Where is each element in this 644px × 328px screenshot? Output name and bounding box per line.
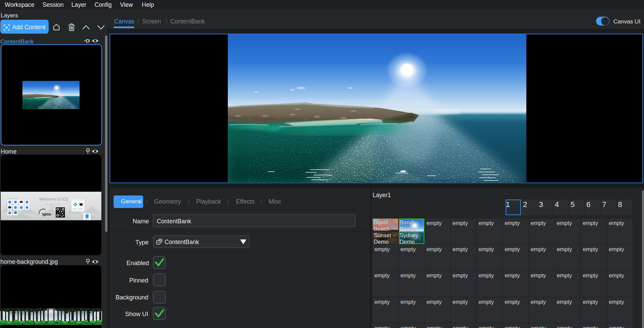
svg-text:Media: Media: [79, 208, 83, 210]
svg-text:Welcome to ICE: Welcome to ICE: [39, 197, 68, 202]
svg-text:Find 3S EN - 1 6 12: Find 3S EN - 1 6 12: [45, 203, 60, 205]
svg-text:Support: Support: [85, 218, 89, 220]
svg-text:igloo: igloo: [42, 212, 51, 216]
svg-text:A B C D E F G H: A B C D E F G H: [8, 197, 18, 199]
svg-text:Portal: Portal: [73, 208, 77, 210]
